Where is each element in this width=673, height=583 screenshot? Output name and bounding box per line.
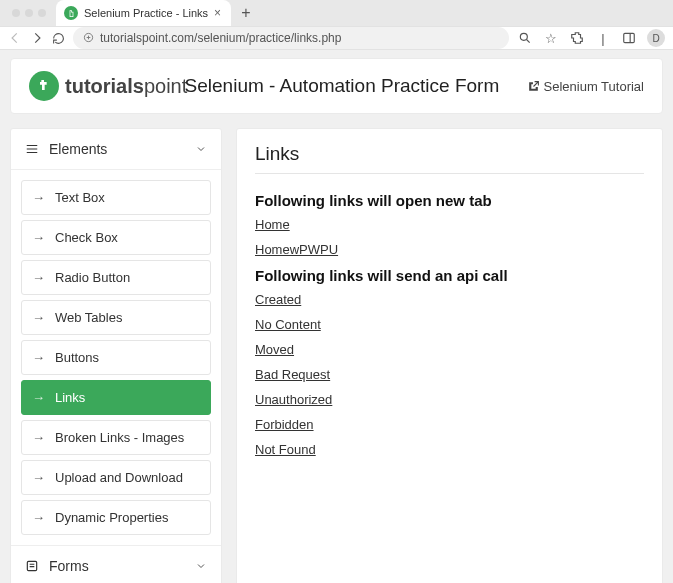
sidebar-section-label: Elements [49,141,107,157]
min-window-dot[interactable] [25,9,33,17]
sidebar-section-elements[interactable]: Elements [11,129,221,170]
heading-new-tab: Following links will open new tab [255,192,644,209]
link-forbidden[interactable]: Forbidden [255,417,644,432]
page-header: tutorialspoint Selenium - Automation Pra… [10,58,663,114]
address-bar[interactable]: tutorialspoint.com/selenium/practice/lin… [73,27,509,49]
arrow-right-icon: → [32,510,45,525]
arrow-right-icon: → [32,350,45,365]
extensions-icon[interactable] [569,31,585,45]
sidebar-item-links[interactable]: →Links [21,380,211,415]
link-not-found[interactable]: Not Found [255,442,644,457]
sidebar-item-dynamic-properties[interactable]: →Dynamic Properties [21,500,211,535]
sidebar-item-radio-button[interactable]: →Radio Button [21,260,211,295]
forward-button[interactable] [30,31,44,45]
logo-icon [29,71,59,101]
close-window-dot[interactable] [12,9,20,17]
sep-icon: | [595,31,611,46]
link-unauthorized[interactable]: Unauthorized [255,392,644,407]
tutorial-link[interactable]: Selenium Tutorial [527,79,644,94]
content-title: Links [255,143,644,174]
form-icon [25,559,39,573]
arrow-right-icon: → [32,270,45,285]
sidepanel-icon[interactable] [621,31,637,45]
back-button [8,31,22,45]
link-home-dynamic[interactable]: HomewPWPU [255,242,644,257]
close-tab-icon[interactable]: × [214,6,221,20]
svg-point-1 [520,33,527,40]
profile-avatar[interactable]: D [647,29,665,47]
favicon-icon [64,6,78,20]
content-panel: Links Following links will open new tab … [236,128,663,583]
arrow-right-icon: → [32,310,45,325]
sidebar-item-web-tables[interactable]: →Web Tables [21,300,211,335]
sidebar-item-buttons[interactable]: →Buttons [21,340,211,375]
sidebar-section-label: Forms [49,558,89,574]
bookmark-icon[interactable]: ☆ [543,31,559,46]
url-text: tutorialspoint.com/selenium/practice/lin… [100,31,341,45]
arrow-right-icon: → [32,230,45,245]
arrow-right-icon: → [32,390,45,405]
toolbar: tutorialspoint.com/selenium/practice/lin… [0,26,673,50]
window-controls [6,9,52,17]
sidebar-section-forms[interactable]: Forms [11,545,221,583]
new-tab-button[interactable]: + [235,4,256,22]
svg-rect-2 [624,33,635,42]
sidebar-item-check-box[interactable]: →Check Box [21,220,211,255]
link-no-content[interactable]: No Content [255,317,644,332]
arrow-right-icon: → [32,430,45,445]
toolbar-right: ☆ | D [517,29,665,47]
browser-chrome: Selenium Practice - Links × + tutorialsp… [0,0,673,48]
menu-icon [25,142,39,156]
sidebar-item-text-box[interactable]: →Text Box [21,180,211,215]
tab-title: Selenium Practice - Links [84,7,208,19]
sidebar: Elements →Text Box →Check Box →Radio But… [10,128,222,583]
site-info-icon[interactable] [83,32,94,45]
arrow-right-icon: → [32,470,45,485]
page: tutorialspoint Selenium - Automation Pra… [0,48,673,583]
max-window-dot[interactable] [38,9,46,17]
heading-api-call: Following links will send an api call [255,267,644,284]
link-bad-request[interactable]: Bad Request [255,367,644,382]
sidebar-list: →Text Box →Check Box →Radio Button →Web … [11,170,221,545]
page-title: Selenium - Automation Practice Form [157,75,526,97]
arrow-right-icon: → [32,190,45,205]
zoom-icon[interactable] [517,31,533,45]
sidebar-item-upload-download[interactable]: →Upload and Download [21,460,211,495]
sidebar-item-broken-links[interactable]: →Broken Links - Images [21,420,211,455]
main-layout: Elements →Text Box →Check Box →Radio But… [10,128,663,583]
link-created[interactable]: Created [255,292,644,307]
chevron-down-icon [195,143,207,155]
browser-tab[interactable]: Selenium Practice - Links × [56,0,231,26]
external-link-icon [527,80,540,93]
reload-button[interactable] [52,32,65,45]
tab-strip: Selenium Practice - Links × + [0,0,673,26]
link-moved[interactable]: Moved [255,342,644,357]
chevron-down-icon [195,560,207,572]
link-home[interactable]: Home [255,217,644,232]
